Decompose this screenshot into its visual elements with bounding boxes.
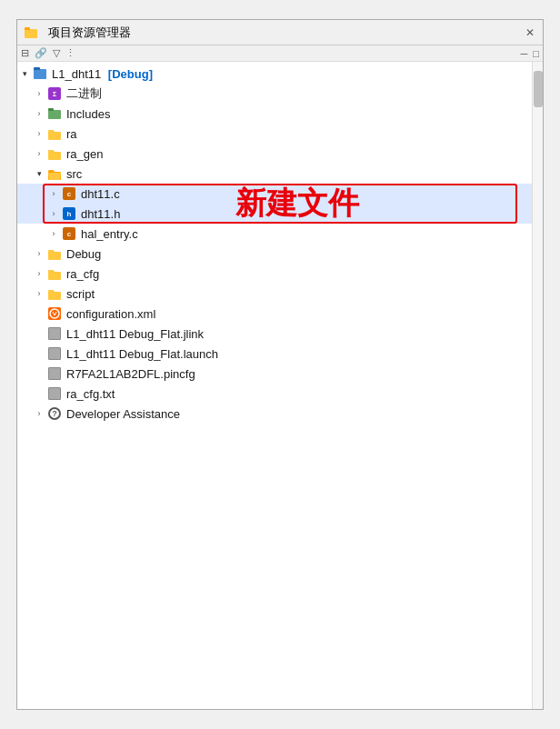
arrow-dev-assist: › xyxy=(32,404,46,424)
icon-question-dev-assist: ? xyxy=(46,405,63,422)
tree-item-ra-cfg[interactable]: › ra_cfg xyxy=(17,264,532,284)
panel-header: 项目资源管理器 ✕ xyxy=(17,20,543,45)
panel-toolbar: ⊟ 🔗 ▽ ⋮ ─ □ xyxy=(17,45,543,62)
arrow-includes: › xyxy=(32,104,46,124)
tree-item-root[interactable]: ▾ L1_dht11 [Debug] xyxy=(17,64,532,84)
tree-item-ra-gen[interactable]: › ra_gen xyxy=(17,144,532,164)
scrollbar[interactable] xyxy=(532,62,543,709)
tree-item-src[interactable]: ▾ src xyxy=(17,164,532,184)
arrow-binary: › xyxy=(32,84,46,104)
label-pincfg: R7FA2L1AB2DFL.pincfg xyxy=(66,367,195,381)
icon-folder-ra-gen xyxy=(46,145,63,162)
panel-close-button[interactable]: ✕ xyxy=(523,26,537,39)
tree-item-hal-entry[interactable]: › c hal_entry.c xyxy=(17,224,532,244)
label-jlink: L1_dht11 Debug_Flat.jlink xyxy=(66,327,204,341)
label-script: script xyxy=(66,287,95,301)
arrow-dht11h: › xyxy=(46,204,61,224)
tree-item-config-xml[interactable]: configuration.xml xyxy=(17,304,532,324)
arrow-hal-entry: › xyxy=(46,224,61,244)
label-ra-cfg: ra_cfg xyxy=(66,267,99,281)
arrow-script: › xyxy=(32,284,46,304)
label-dev-assist: Developer Assistance xyxy=(66,407,180,421)
label-launch: L1_dht11 Debug_Flat.launch xyxy=(66,347,218,361)
arrow-root: ▾ xyxy=(17,64,32,84)
svg-rect-0 xyxy=(25,29,37,38)
label-src: src xyxy=(66,167,82,181)
icon-includes xyxy=(46,105,63,122)
svg-rect-3 xyxy=(34,67,40,70)
tree-item-ra[interactable]: › ra xyxy=(17,124,532,144)
project-explorer-panel: 项目资源管理器 ✕ ⊟ 🔗 ▽ ⋮ ─ □ ▾ L1_dht11 xyxy=(16,19,544,710)
label-ra-cfg-txt: ra_cfg.txt xyxy=(66,387,115,401)
icon-txt-file xyxy=(46,385,63,402)
tree-item-dev-assist[interactable]: › ? Developer Assistance xyxy=(17,404,532,424)
label-includes: Includes xyxy=(66,107,110,121)
highlight-group: › c dht11.c › h dht11.h 新建文件 xyxy=(17,184,532,224)
tree-item-jlink[interactable]: L1_dht11 Debug_Flat.jlink xyxy=(17,324,532,344)
icon-launch-file xyxy=(46,345,63,362)
collapse-all-button[interactable]: ⊟ xyxy=(21,47,29,59)
icon-folder-ra xyxy=(46,125,63,142)
panel-header-icon xyxy=(23,25,39,41)
maximize-button[interactable]: □ xyxy=(533,48,539,59)
arrow-debug: › xyxy=(32,244,46,264)
icon-binary: Σ xyxy=(46,85,63,102)
tree-item-binary[interactable]: › Σ 二进制 xyxy=(17,84,532,104)
icon-folder-debug xyxy=(46,245,63,262)
root-label: L1_dht11 [Debug] xyxy=(52,67,153,81)
svg-rect-2 xyxy=(34,69,46,79)
icon-pincfg-file xyxy=(46,365,63,382)
tree-item-debug[interactable]: › Debug xyxy=(17,244,532,264)
label-hal-entry: hal_entry.c xyxy=(81,227,138,241)
arrow-src: ▾ xyxy=(32,164,46,184)
scrollbar-thumb[interactable] xyxy=(534,71,543,107)
panel-content-wrapper: ▾ L1_dht11 [Debug] › Σ xyxy=(17,62,543,709)
minimize-button[interactable]: ─ xyxy=(521,48,528,59)
tree-item-dht11c[interactable]: › c dht11.c xyxy=(17,184,532,204)
tree-item-dht11h[interactable]: › h dht11.h xyxy=(17,204,532,224)
tree-item-ra-cfg-txt[interactable]: ra_cfg.txt xyxy=(17,384,532,404)
panel-title: 项目资源管理器 xyxy=(48,25,517,41)
icon-project xyxy=(32,65,48,82)
tree-container: ▾ L1_dht11 [Debug] › Σ xyxy=(17,62,532,709)
svg-rect-1 xyxy=(25,27,30,30)
link-editor-button[interactable]: 🔗 xyxy=(35,47,47,59)
arrow-dht11c: › xyxy=(46,184,61,204)
icon-folder-ra-cfg xyxy=(46,265,63,282)
icon-c-file-hal: c xyxy=(61,225,77,242)
label-ra: ra xyxy=(66,127,77,141)
label-debug: Debug xyxy=(66,247,101,261)
label-config-xml: configuration.xml xyxy=(66,307,155,321)
label-dht11c: dht11.c xyxy=(81,187,120,201)
label-dht11h: dht11.h xyxy=(81,207,120,221)
svg-rect-4 xyxy=(48,110,61,119)
tree-item-includes[interactable]: › Includes xyxy=(17,104,532,124)
svg-point-6 xyxy=(50,309,59,318)
icon-folder-script xyxy=(46,285,63,302)
arrow-ra: › xyxy=(32,124,46,144)
icon-folder-src xyxy=(46,165,63,182)
icon-jlink-file xyxy=(46,325,63,342)
label-ra-gen: ra_gen xyxy=(66,147,103,161)
arrow-ra-cfg: › xyxy=(32,264,46,284)
tree-item-pincfg[interactable]: R7FA2L1AB2DFL.pincfg xyxy=(17,364,532,384)
arrow-ra-gen: › xyxy=(32,144,46,164)
menu-button[interactable]: ⋮ xyxy=(65,47,75,59)
icon-h-file: h xyxy=(61,205,77,222)
tree-item-launch[interactable]: L1_dht11 Debug_Flat.launch xyxy=(17,344,532,364)
svg-rect-5 xyxy=(48,108,54,111)
filter-button[interactable]: ▽ xyxy=(53,47,60,59)
label-binary: 二进制 xyxy=(66,85,102,102)
icon-xml-config xyxy=(46,305,63,322)
icon-c-file: c xyxy=(61,185,77,202)
tree-item-script[interactable]: › script xyxy=(17,284,532,304)
